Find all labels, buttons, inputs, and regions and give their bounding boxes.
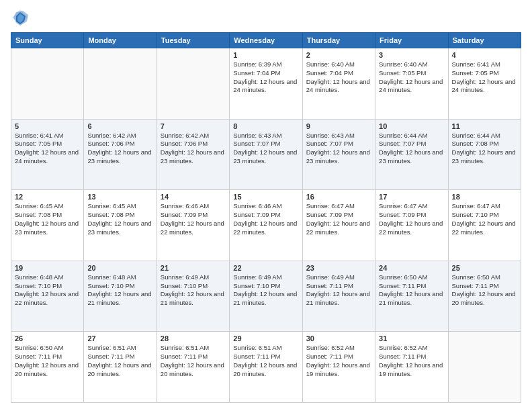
day-number: 23: [306, 264, 371, 272]
day-info: Sunrise: 6:48 AMSunset: 7:10 PMDaylight:…: [87, 273, 152, 308]
calendar-day-cell: 19Sunrise: 6:48 AMSunset: 7:10 PMDayligh…: [11, 261, 84, 332]
day-info: Sunrise: 6:43 AMSunset: 7:07 PMDaylight:…: [233, 132, 298, 166]
page: SundayMondayTuesdayWednesdayThursdayFrid…: [0, 0, 532, 411]
day-info: Sunrise: 6:41 AMSunset: 7:05 PMDaylight:…: [15, 132, 80, 166]
day-info: Sunrise: 6:50 AMSunset: 7:11 PMDaylight:…: [452, 273, 517, 308]
calendar-day-cell: [11, 48, 84, 120]
day-number: 5: [15, 122, 80, 130]
weekday-header: Thursday: [302, 33, 375, 48]
day-info: Sunrise: 6:43 AMSunset: 7:07 PMDaylight:…: [306, 132, 371, 166]
day-number: 21: [161, 264, 226, 272]
calendar-day-cell: 15Sunrise: 6:46 AMSunset: 7:09 PMDayligh…: [230, 190, 302, 261]
day-number: 20: [87, 264, 152, 272]
day-info: Sunrise: 6:49 AMSunset: 7:10 PMDaylight:…: [161, 273, 226, 308]
day-number: 16: [306, 193, 371, 201]
day-info: Sunrise: 6:49 AMSunset: 7:10 PMDaylight:…: [233, 273, 298, 308]
calendar-day-cell: 1Sunrise: 6:39 AMSunset: 7:04 PMDaylight…: [230, 48, 302, 120]
day-info: Sunrise: 6:51 AMSunset: 7:11 PMDaylight:…: [87, 344, 152, 378]
day-number: 11: [452, 122, 517, 130]
calendar-day-cell: [84, 48, 157, 120]
calendar-week-row: 12Sunrise: 6:45 AMSunset: 7:08 PMDayligh…: [11, 190, 521, 261]
calendar-day-cell: 7Sunrise: 6:42 AMSunset: 7:06 PMDaylight…: [157, 119, 229, 190]
day-number: 17: [379, 193, 444, 201]
day-number: 1: [233, 51, 298, 59]
weekday-header: Sunday: [11, 33, 84, 48]
calendar-day-cell: 9Sunrise: 6:43 AMSunset: 7:07 PMDaylight…: [302, 119, 375, 190]
day-info: Sunrise: 6:49 AMSunset: 7:11 PMDaylight:…: [306, 273, 371, 308]
day-info: Sunrise: 6:45 AMSunset: 7:08 PMDaylight:…: [87, 202, 152, 236]
calendar-day-cell: 5Sunrise: 6:41 AMSunset: 7:05 PMDaylight…: [11, 119, 84, 190]
calendar-day-cell: 6Sunrise: 6:42 AMSunset: 7:06 PMDaylight…: [84, 119, 157, 190]
day-number: 12: [15, 193, 80, 201]
calendar-day-cell: 13Sunrise: 6:45 AMSunset: 7:08 PMDayligh…: [84, 190, 157, 261]
weekday-header: Tuesday: [157, 33, 229, 48]
day-info: Sunrise: 6:42 AMSunset: 7:06 PMDaylight:…: [87, 132, 152, 166]
day-info: Sunrise: 6:46 AMSunset: 7:09 PMDaylight:…: [233, 202, 298, 236]
day-info: Sunrise: 6:42 AMSunset: 7:06 PMDaylight:…: [161, 132, 226, 166]
day-number: 24: [379, 264, 444, 272]
weekday-header: Wednesday: [230, 33, 302, 48]
calendar-day-cell: 27Sunrise: 6:51 AMSunset: 7:11 PMDayligh…: [84, 332, 157, 403]
calendar-day-cell: 28Sunrise: 6:51 AMSunset: 7:11 PMDayligh…: [157, 332, 229, 403]
day-info: Sunrise: 6:44 AMSunset: 7:08 PMDaylight:…: [452, 132, 517, 166]
calendar-day-cell: 3Sunrise: 6:40 AMSunset: 7:05 PMDaylight…: [375, 48, 448, 120]
day-number: 15: [233, 193, 298, 201]
calendar-day-cell: 12Sunrise: 6:45 AMSunset: 7:08 PMDayligh…: [11, 190, 84, 261]
day-number: 27: [87, 334, 152, 342]
calendar-table: SundayMondayTuesdayWednesdayThursdayFrid…: [11, 32, 521, 403]
day-number: 7: [161, 122, 226, 130]
weekday-header: Friday: [375, 33, 448, 48]
day-info: Sunrise: 6:40 AMSunset: 7:05 PMDaylight:…: [379, 60, 444, 95]
calendar-week-row: 19Sunrise: 6:48 AMSunset: 7:10 PMDayligh…: [11, 261, 521, 332]
day-number: 30: [306, 334, 371, 342]
day-info: Sunrise: 6:46 AMSunset: 7:09 PMDaylight:…: [161, 202, 226, 236]
calendar-day-cell: 16Sunrise: 6:47 AMSunset: 7:09 PMDayligh…: [302, 190, 375, 261]
calendar-day-cell: 24Sunrise: 6:50 AMSunset: 7:11 PMDayligh…: [375, 261, 448, 332]
day-info: Sunrise: 6:51 AMSunset: 7:11 PMDaylight:…: [233, 344, 298, 378]
logo-icon: [11, 8, 30, 27]
day-info: Sunrise: 6:48 AMSunset: 7:10 PMDaylight:…: [15, 273, 80, 308]
day-number: 22: [233, 264, 298, 272]
calendar-day-cell: 11Sunrise: 6:44 AMSunset: 7:08 PMDayligh…: [448, 119, 521, 190]
day-number: 8: [233, 122, 298, 130]
logo: [11, 8, 32, 27]
day-info: Sunrise: 6:39 AMSunset: 7:04 PMDaylight:…: [233, 60, 298, 95]
calendar-day-cell: 14Sunrise: 6:46 AMSunset: 7:09 PMDayligh…: [157, 190, 229, 261]
header: [11, 8, 521, 27]
calendar-day-cell: 29Sunrise: 6:51 AMSunset: 7:11 PMDayligh…: [230, 332, 302, 403]
day-info: Sunrise: 6:47 AMSunset: 7:09 PMDaylight:…: [306, 202, 371, 236]
weekday-header: Saturday: [448, 33, 521, 48]
day-info: Sunrise: 6:52 AMSunset: 7:11 PMDaylight:…: [379, 344, 444, 378]
calendar-day-cell: 23Sunrise: 6:49 AMSunset: 7:11 PMDayligh…: [302, 261, 375, 332]
weekday-header: Monday: [84, 33, 157, 48]
day-number: 9: [306, 122, 371, 130]
calendar-week-row: 1Sunrise: 6:39 AMSunset: 7:04 PMDaylight…: [11, 48, 521, 120]
day-number: 10: [379, 122, 444, 130]
day-number: 28: [161, 334, 226, 342]
calendar-week-row: 5Sunrise: 6:41 AMSunset: 7:05 PMDaylight…: [11, 119, 521, 190]
day-number: 31: [379, 334, 444, 342]
calendar-day-cell: 21Sunrise: 6:49 AMSunset: 7:10 PMDayligh…: [157, 261, 229, 332]
day-info: Sunrise: 6:47 AMSunset: 7:09 PMDaylight:…: [379, 202, 444, 236]
day-number: 6: [87, 122, 152, 130]
day-number: 4: [452, 51, 517, 59]
calendar-day-cell: 18Sunrise: 6:47 AMSunset: 7:10 PMDayligh…: [448, 190, 521, 261]
day-info: Sunrise: 6:50 AMSunset: 7:11 PMDaylight:…: [15, 344, 80, 378]
day-number: 3: [379, 51, 444, 59]
day-number: 26: [15, 334, 80, 342]
calendar-day-cell: 31Sunrise: 6:52 AMSunset: 7:11 PMDayligh…: [375, 332, 448, 403]
day-number: 19: [15, 264, 80, 272]
calendar-day-cell: 26Sunrise: 6:50 AMSunset: 7:11 PMDayligh…: [11, 332, 84, 403]
day-info: Sunrise: 6:40 AMSunset: 7:04 PMDaylight:…: [306, 60, 371, 95]
day-number: 25: [452, 264, 517, 272]
calendar-day-cell: 30Sunrise: 6:52 AMSunset: 7:11 PMDayligh…: [302, 332, 375, 403]
calendar-day-cell: 17Sunrise: 6:47 AMSunset: 7:09 PMDayligh…: [375, 190, 448, 261]
day-number: 2: [306, 51, 371, 59]
calendar-day-cell: 2Sunrise: 6:40 AMSunset: 7:04 PMDaylight…: [302, 48, 375, 120]
day-info: Sunrise: 6:45 AMSunset: 7:08 PMDaylight:…: [15, 202, 80, 236]
day-info: Sunrise: 6:52 AMSunset: 7:11 PMDaylight:…: [306, 344, 371, 378]
calendar-day-cell: 4Sunrise: 6:41 AMSunset: 7:05 PMDaylight…: [448, 48, 521, 120]
day-info: Sunrise: 6:47 AMSunset: 7:10 PMDaylight:…: [452, 202, 517, 236]
day-number: 14: [161, 193, 226, 201]
calendar-day-cell: 8Sunrise: 6:43 AMSunset: 7:07 PMDaylight…: [230, 119, 302, 190]
